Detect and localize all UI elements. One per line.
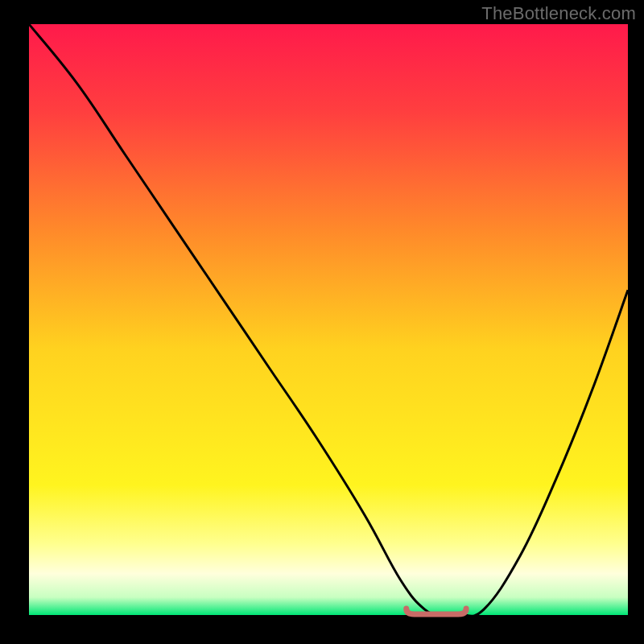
watermark-text: TheBottleneck.com [481,3,636,24]
bottleneck-chart [0,0,644,644]
chart-frame: TheBottleneck.com [0,0,644,644]
plot-area [29,24,628,615]
